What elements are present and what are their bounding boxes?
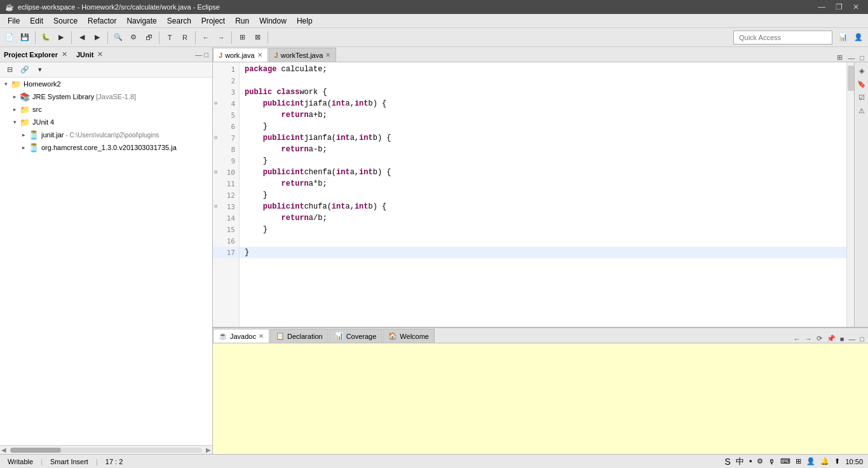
tab-work-java-icon: J <box>219 52 222 59</box>
junit-tab[interactable]: JUnit <box>76 51 94 59</box>
toolbar-extra1[interactable]: ⊞ <box>235 31 249 45</box>
bottom-tab-minimize[interactable]: — <box>847 335 857 343</box>
menu-help[interactable]: Help <box>292 15 318 27</box>
menu-file[interactable]: File <box>3 15 25 27</box>
main-and-bottom: Project Explorer ✕ JUnit ✕ — □ ⊟ 🔗 ▾ <box>0 47 868 454</box>
left-panel: Project Explorer ✕ JUnit ✕ — □ ⊟ 🔗 ▾ <box>0 47 213 454</box>
maximize-button[interactable]: ❐ <box>832 3 846 11</box>
editor-vscroll-thumb[interactable] <box>848 65 854 91</box>
tree-icon-hamcrest: 🫙 <box>29 143 39 153</box>
tree-hamcrest-jar[interactable]: ▸ 🫙 org.hamcrest.core_1.3.0.v20130303173… <box>0 141 212 154</box>
toolbar-prev[interactable]: ◀ <box>75 31 89 45</box>
code-line-11: return a*b; <box>240 178 846 189</box>
tab-list-button[interactable]: ⊞ <box>836 53 844 62</box>
toolbar-run[interactable]: ▶ <box>54 31 68 45</box>
toolbar-settings[interactable]: ⚙ <box>126 31 140 45</box>
tree-arrow-junit4: ▾ <box>11 119 18 125</box>
toolbar-new[interactable]: 📄 <box>3 31 17 45</box>
left-scrollbar[interactable]: ◀ ▶ <box>0 445 212 454</box>
tab-worktest-java[interactable]: J workTest.java ✕ <box>269 48 337 62</box>
title-bar-left: ☕ eclipse-workspace - Homework2/src/calc… <box>5 3 220 11</box>
tab-work-java-close[interactable]: ✕ <box>257 52 262 59</box>
tab-minimize-button[interactable]: — <box>846 54 856 62</box>
view-menu-button[interactable]: ▾ <box>33 63 47 77</box>
bottom-tab-pin[interactable]: 📌 <box>825 334 837 343</box>
toolbar-search[interactable]: 🔍 <box>111 31 125 45</box>
left-scroll-right[interactable]: ▶ <box>205 446 212 453</box>
left-scroll-left[interactable]: ◀ <box>0 446 8 453</box>
tree-jre[interactable]: ▸ 📚 JRE System Library [JavaSE-1.8] <box>0 90 212 103</box>
menu-run[interactable]: Run <box>230 15 254 27</box>
maximize-panel-button[interactable]: □ <box>204 51 208 59</box>
close-window-button[interactable]: ✕ <box>849 3 863 11</box>
status-icon-9: 🔔 <box>820 457 829 465</box>
menu-search[interactable]: Search <box>162 15 196 27</box>
toolbar-sep2 <box>71 31 72 44</box>
right-sb-tasks[interactable]: ☑ <box>856 92 867 103</box>
menu-navigate[interactable]: Navigate <box>121 15 161 27</box>
tab-work-java[interactable]: J work.java ✕ <box>213 48 268 62</box>
tree-homework2[interactable]: ▾ 📁 Homework2 <box>0 78 212 90</box>
toolbar-open-resource[interactable]: R <box>178 31 192 45</box>
toolbar-sep7 <box>268 31 268 44</box>
right-sidebar: ◈ 🔖 ☑ ⚠ <box>854 62 868 327</box>
toolbar-sep4 <box>159 31 159 44</box>
code-line-9: } <box>240 155 846 167</box>
quick-access-input[interactable] <box>733 31 832 45</box>
junit-close[interactable]: ✕ <box>97 50 103 59</box>
tab-worktest-java-icon: J <box>275 52 278 59</box>
code-line-12: } <box>240 189 846 201</box>
tree-arrow-homework2: ▾ <box>3 81 9 87</box>
bottom-tab-refresh[interactable]: ⟳ <box>815 334 824 343</box>
bottom-tab-forward[interactable]: → <box>804 335 813 343</box>
editor-vscroll[interactable] <box>846 62 854 327</box>
tree-label-junit-jar-extra: - C:\Users\vulcan\p2\pool\plugins <box>65 132 159 139</box>
tab-worktest-java-close[interactable]: ✕ <box>325 52 330 59</box>
left-scrollbar-track[interactable] <box>10 448 202 453</box>
link-editor-button[interactable]: 🔗 <box>18 63 32 77</box>
menu-edit[interactable]: Edit <box>25 15 48 27</box>
toolbar-next[interactable]: ▶ <box>90 31 104 45</box>
project-explorer-tab[interactable]: Project Explorer <box>4 51 58 59</box>
project-tree: ▾ 📁 Homework2 ▸ 📚 JRE System Library [Ja… <box>0 78 212 445</box>
menu-refactor[interactable]: Refactor <box>83 15 121 27</box>
tab-maximize-button[interactable]: □ <box>858 54 865 62</box>
tree-label-jre: JRE System Library <box>32 93 94 100</box>
project-explorer-close[interactable]: ✕ <box>62 50 67 59</box>
toolbar-perspective-open[interactable]: 📊 <box>836 31 850 45</box>
toolbar-perspective[interactable]: 🗗 <box>142 31 156 45</box>
toolbar-person[interactable]: 👤 <box>851 31 865 45</box>
toolbar-back[interactable]: ← <box>199 31 213 45</box>
tree-junit-jar[interactable]: ▸ 🫙 junit.jar - C:\Users\vulcan\p2\pool\… <box>0 128 212 141</box>
right-sb-errors[interactable]: ⚠ <box>856 105 867 116</box>
collapse-all-button[interactable]: ⊟ <box>3 63 17 77</box>
minimize-panel-button[interactable]: — <box>195 51 202 59</box>
tab-welcome[interactable]: 🏠 Welcome <box>383 329 435 343</box>
toolbar-debug[interactable]: 🐛 <box>39 31 53 45</box>
minimize-button[interactable]: — <box>814 3 829 11</box>
right-sb-bookmark[interactable]: 🔖 <box>856 78 867 90</box>
tab-coverage[interactable]: 📊 Coverage <box>329 329 383 343</box>
left-scrollbar-thumb[interactable] <box>10 448 61 453</box>
toolbar-extra2[interactable]: ⊠ <box>250 31 264 45</box>
tab-javadoc-close[interactable]: ✕ <box>259 333 264 340</box>
code-area[interactable]: package calculate; public class work { p… <box>240 62 846 327</box>
toolbar-forward[interactable]: → <box>214 31 228 45</box>
tree-junit4[interactable]: ▾ 📁 JUnit 4 <box>0 116 212 128</box>
toolbar-open-type[interactable]: T <box>163 31 177 45</box>
code-line-14: return a/b; <box>240 212 846 224</box>
menu-window[interactable]: Window <box>254 15 292 27</box>
bottom-tab-maximize[interactable]: □ <box>858 335 865 343</box>
menu-project[interactable]: Project <box>196 15 230 27</box>
tab-javadoc[interactable]: ☕ Javadoc ✕ <box>213 329 269 343</box>
menu-source[interactable]: Source <box>48 15 83 27</box>
bottom-tab-stop[interactable]: ■ <box>839 335 846 343</box>
content-area: Project Explorer ✕ JUnit ✕ — □ ⊟ 🔗 ▾ <box>0 47 868 468</box>
tab-declaration[interactable]: 📋 Declaration <box>270 329 329 343</box>
right-sb-overview[interactable]: ◈ <box>856 65 867 76</box>
status-right: S 中 • ⚙ 🎙 ⌨ ⊞ 👤 🔔 ⬆ 10:50 <box>725 456 863 467</box>
tree-src[interactable]: ▸ 📁 src <box>0 103 212 116</box>
toolbar: 📄 💾 🐛 ▶ ◀ ▶ 🔍 ⚙ 🗗 T R ← → ⊞ ⊠ 📊 👤 <box>0 28 868 47</box>
bottom-tab-back[interactable]: ← <box>792 335 802 343</box>
toolbar-save[interactable]: 💾 <box>18 31 32 45</box>
